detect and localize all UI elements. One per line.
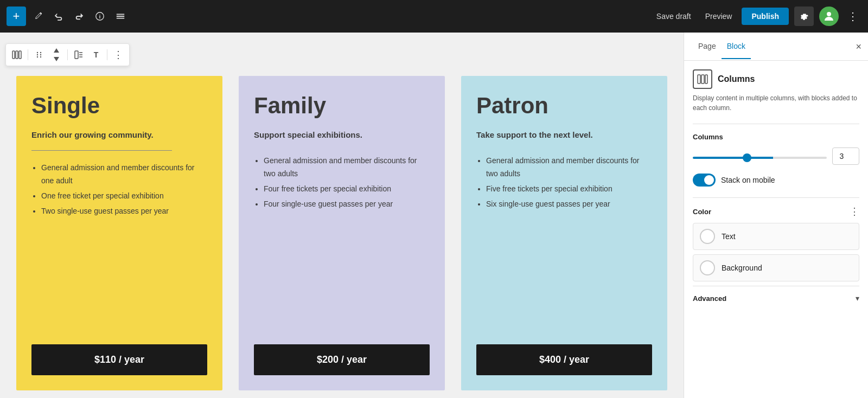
tab-block[interactable]: Block — [722, 34, 751, 59]
list-item: General admission and member discounts f… — [486, 155, 652, 181]
toolbar-left: + — [7, 7, 129, 26]
svg-rect-16 — [705, 75, 707, 84]
list-item: Two single-use guest passes per year — [41, 205, 207, 218]
svg-rect-3 — [19, 51, 21, 59]
block-more-options-button[interactable]: ⋮ — [111, 47, 126, 62]
columns-slider[interactable] — [693, 157, 827, 159]
stack-mobile-row: Stack on mobile — [693, 174, 859, 187]
svg-rect-14 — [698, 75, 700, 84]
publish-button[interactable]: Publish — [742, 8, 789, 25]
stack-mobile-label: Stack on mobile — [721, 176, 775, 184]
list-item: Four single-use guest passes per year — [264, 198, 430, 211]
block-type-icon — [693, 69, 712, 89]
single-list: General admission and member discounts f… — [31, 162, 207, 331]
svg-rect-2 — [16, 51, 18, 59]
patron-title: Patron — [476, 93, 652, 118]
list-item: General admission and member discounts f… — [41, 162, 207, 188]
toolbar: + Save draft Preview Publish ⋮ — [0, 0, 868, 33]
list-item: General admission and member discounts f… — [264, 155, 430, 181]
svg-point-4 — [37, 52, 38, 53]
move-down-button[interactable] — [49, 55, 64, 63]
svg-rect-10 — [75, 51, 78, 59]
move-up-button[interactable] — [49, 46, 64, 55]
family-cta-button[interactable]: $200 / year — [254, 344, 430, 375]
save-draft-button[interactable]: Save draft — [652, 9, 695, 24]
preview-button[interactable]: Preview — [701, 9, 737, 24]
family-list: General admission and member discounts f… — [254, 155, 430, 331]
info-button[interactable] — [91, 8, 108, 25]
toolbar-right: Save draft Preview Publish ⋮ — [652, 7, 861, 26]
edit-icon-button[interactable] — [29, 8, 47, 25]
list-item: One free ticket per special exhibition — [41, 190, 207, 203]
patron-subtitle: Take support to the next level. — [476, 129, 652, 140]
block-toolbar: T ⋮ — [5, 43, 130, 66]
block-type-name: Columns — [718, 74, 755, 84]
color-more-button[interactable]: ⋮ — [850, 207, 859, 216]
canvas: T ⋮ Single Enrich our growing community.… — [0, 33, 684, 398]
text-color-option[interactable]: Text — [693, 223, 859, 250]
sidebar-close-button[interactable]: × — [856, 41, 861, 52]
change-alignment-button[interactable] — [71, 47, 86, 62]
more-options-button[interactable]: ⋮ — [844, 8, 861, 25]
sidebar-tabs: Page Block × — [684, 33, 868, 61]
columns-icon-button[interactable] — [9, 47, 24, 62]
background-color-label: Background — [722, 264, 762, 272]
tab-page[interactable]: Page — [693, 34, 722, 59]
stack-mobile-toggle[interactable] — [693, 174, 716, 187]
drag-handle-button[interactable] — [31, 47, 47, 62]
svg-point-7 — [40, 54, 41, 55]
patron-cta-button[interactable]: $400 / year — [476, 344, 652, 375]
sidebar: Page Block × Columns Display content in … — [684, 33, 868, 398]
column-patron: Patron Take support to the next level. G… — [461, 76, 667, 390]
advanced-label: Advanced — [693, 294, 726, 303]
text-color-circle — [700, 229, 715, 244]
single-title: Single — [31, 93, 207, 118]
list-item: Four free tickets per special exhibition — [264, 183, 430, 196]
chevron-down-icon: ▾ — [856, 294, 859, 303]
svg-point-5 — [40, 52, 41, 53]
single-divider — [31, 150, 172, 151]
settings-button[interactable] — [794, 7, 814, 26]
svg-rect-1 — [12, 51, 15, 59]
list-item: Five free tickets per special exhibition — [486, 183, 652, 196]
main-area: T ⋮ Single Enrich our growing community.… — [0, 33, 868, 398]
user-avatar-button[interactable] — [819, 7, 839, 26]
sidebar-content: Columns Display content in multiple colu… — [684, 61, 868, 319]
text-format-button[interactable]: T — [88, 47, 104, 62]
svg-point-9 — [40, 56, 41, 57]
columns-control-label: Columns — [693, 133, 859, 141]
list-item: Six single-use guest passes per year — [486, 198, 652, 211]
single-subtitle: Enrich our growing community. — [31, 129, 207, 140]
single-cta-button[interactable]: $110 / year — [31, 344, 207, 375]
advanced-row[interactable]: Advanced ▾ — [693, 286, 859, 310]
columns-control — [693, 147, 859, 165]
family-subtitle: Support special exhibitions. — [254, 129, 430, 140]
family-title: Family — [254, 93, 430, 118]
sidebar-divider-1 — [693, 124, 859, 124]
svg-point-8 — [37, 56, 38, 57]
column-single: Single Enrich our growing community. Gen… — [16, 76, 222, 390]
columns-wrapper: Single Enrich our growing community. Gen… — [0, 33, 684, 398]
background-color-circle — [700, 260, 715, 275]
color-section-title: Color — [693, 208, 711, 216]
color-section-header: Color ⋮ — [693, 207, 859, 216]
columns-slider-wrapper — [693, 151, 827, 161]
patron-list: General admission and member discounts f… — [476, 155, 652, 331]
background-color-option[interactable]: Background — [693, 254, 859, 281]
list-view-button[interactable] — [112, 8, 129, 25]
svg-rect-15 — [701, 75, 704, 84]
svg-point-6 — [37, 54, 38, 55]
undo-button[interactable] — [50, 8, 67, 25]
sidebar-divider-2 — [693, 197, 859, 198]
columns-number-input[interactable] — [832, 147, 859, 165]
block-type-desc: Display content in multiple columns, wit… — [693, 93, 859, 113]
redo-button[interactable] — [71, 8, 88, 25]
block-type-header: Columns — [693, 69, 859, 89]
column-family: Family Support special exhibitions. Gene… — [239, 76, 445, 390]
add-block-button[interactable]: + — [7, 7, 26, 26]
text-color-label: Text — [722, 232, 736, 241]
